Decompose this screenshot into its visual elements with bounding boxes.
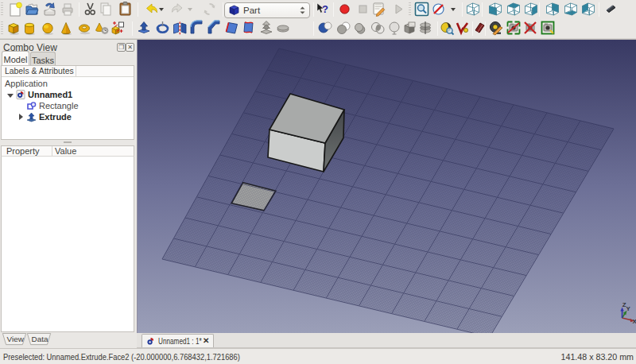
svg-text:?: ? [322, 3, 328, 15]
svg-text:Data: Data [32, 335, 48, 343]
svg-text:Y: Y [626, 305, 631, 312]
svg-text:X: X [633, 318, 636, 325]
svg-text:Z: Z [622, 301, 626, 308]
svg-text:View: View [7, 335, 25, 343]
